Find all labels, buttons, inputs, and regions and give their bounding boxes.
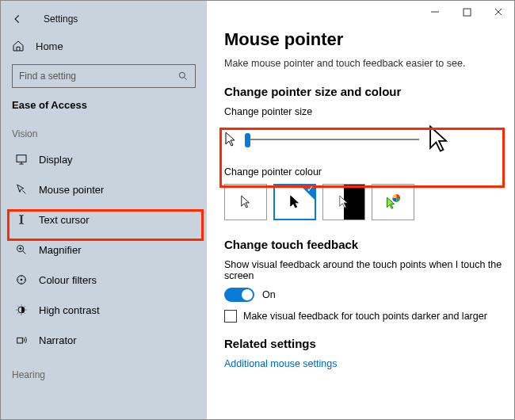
- pointer-size-label: Change pointer size: [224, 106, 514, 117]
- sidebar-item-colour-filters[interactable]: Colour filters: [1, 265, 207, 295]
- colour-option-black[interactable]: [273, 184, 316, 220]
- close-button[interactable]: [483, 1, 514, 23]
- colour-filters-icon: [12, 273, 31, 286]
- darker-larger-checkbox[interactable]: [224, 310, 237, 323]
- touch-description: Show visual feedback around the touch po…: [224, 259, 514, 281]
- darker-larger-label: Make visual feedback for touch points da…: [243, 311, 487, 322]
- section-related: Related settings: [224, 337, 514, 350]
- svg-rect-7: [464, 9, 471, 16]
- home-label: Home: [36, 40, 63, 52]
- search-icon: [177, 71, 189, 82]
- minimize-button[interactable]: [419, 1, 451, 23]
- touch-feedback-toggle[interactable]: [224, 288, 254, 302]
- page-description: Make mouse pointer and touch feedback ea…: [224, 58, 514, 69]
- window-title: Settings: [44, 13, 78, 25]
- sidebar-item-label: Text cursor: [39, 214, 90, 226]
- section-touch: Change touch feedback: [224, 238, 514, 251]
- header-row: Settings: [1, 6, 207, 32]
- mouse-pointer-icon: [12, 183, 31, 196]
- svg-rect-1: [17, 155, 26, 162]
- svg-rect-6: [17, 338, 23, 343]
- toggle-state: On: [262, 289, 276, 300]
- colour-option-white[interactable]: [224, 184, 267, 220]
- main-panel: Mouse pointer Make mouse pointer and tou…: [207, 1, 514, 419]
- text-cursor-icon: [12, 213, 31, 226]
- sidebar-item-label: Display: [39, 154, 73, 166]
- sidebar-item-label: High contrast: [39, 304, 100, 316]
- sidebar-item-magnifier[interactable]: Magnifier: [1, 235, 207, 265]
- sidebar-item-high-contrast[interactable]: High contrast: [1, 295, 207, 325]
- sidebar-item-label: Mouse pointer: [39, 184, 104, 196]
- svg-point-4: [21, 279, 23, 281]
- pointer-colour-label: Change pointer colour: [224, 166, 514, 178]
- pointer-size-slider[interactable]: [245, 132, 419, 147]
- cursor-small-icon: [224, 131, 237, 148]
- high-contrast-icon: [12, 304, 31, 316]
- additional-mouse-settings-link[interactable]: Additional mouse settings: [224, 358, 514, 369]
- group-vision: Vision: [1, 122, 207, 144]
- display-icon: [12, 153, 31, 166]
- sidebar-item-label: Narrator: [39, 334, 77, 346]
- sidebar-item-label: Magnifier: [39, 244, 81, 256]
- colour-option-custom[interactable]: [372, 184, 414, 220]
- maximize-button[interactable]: [451, 1, 483, 23]
- sidebar-item-label: Colour filters: [39, 274, 97, 286]
- sidebar-item-text-cursor[interactable]: Text cursor: [1, 204, 207, 235]
- magnifier-icon: [12, 243, 31, 256]
- sidebar: Settings Home Find a setting Ease of Acc…: [1, 1, 207, 419]
- cursor-large-icon: [427, 124, 451, 155]
- home-icon: [12, 40, 31, 52]
- sidebar-item-mouse-pointer[interactable]: Mouse pointer: [1, 174, 207, 204]
- svg-point-0: [179, 72, 185, 78]
- group-hearing: Hearing: [1, 363, 207, 385]
- narrator-icon: [12, 334, 31, 346]
- home-row[interactable]: Home: [1, 32, 207, 59]
- category-title: Ease of Access: [1, 96, 207, 122]
- search-placeholder: Find a setting: [19, 71, 76, 82]
- titlebar: [224, 1, 514, 25]
- sidebar-item-narrator[interactable]: Narrator: [1, 325, 207, 355]
- section-size-colour: Change pointer size and colour: [224, 85, 514, 98]
- page-title: Mouse pointer: [224, 29, 514, 50]
- search-input[interactable]: Find a setting: [12, 64, 196, 88]
- pointer-colour-options: [224, 184, 514, 220]
- sidebar-item-display[interactable]: Display: [1, 144, 207, 174]
- back-icon[interactable]: [12, 13, 36, 25]
- colour-option-inverted[interactable]: [322, 184, 365, 220]
- pointer-size-row: [224, 124, 514, 155]
